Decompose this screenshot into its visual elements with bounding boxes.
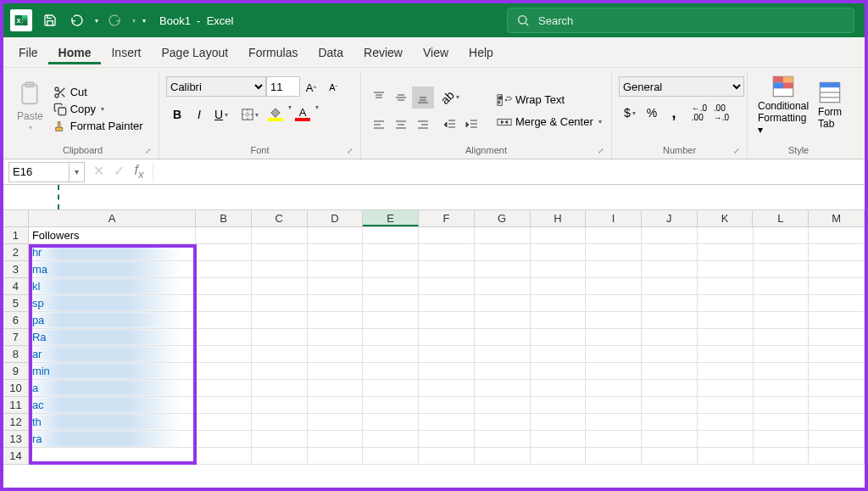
cell[interactable]: [475, 448, 531, 465]
cell[interactable]: [196, 414, 252, 431]
cell[interactable]: [475, 329, 531, 346]
cell[interactable]: [196, 380, 252, 397]
cell[interactable]: [196, 278, 252, 295]
row-header[interactable]: 5: [3, 295, 29, 312]
cell[interactable]: [531, 295, 587, 312]
tab-page-layout[interactable]: Page Layout: [151, 41, 238, 64]
cell[interactable]: [809, 295, 865, 312]
redo-dropdown-icon[interactable]: ▾: [132, 17, 136, 25]
cell[interactable]: [698, 397, 754, 414]
cell[interactable]: [754, 346, 810, 363]
cell[interactable]: [196, 312, 252, 329]
cell[interactable]: [642, 346, 698, 363]
cell[interactable]: [363, 363, 419, 380]
cell[interactable]: [252, 397, 308, 414]
col-header-A[interactable]: A: [29, 210, 196, 226]
cell[interactable]: [586, 380, 642, 397]
cell[interactable]: [698, 227, 754, 244]
cell[interactable]: [698, 448, 754, 465]
cell[interactable]: [698, 431, 754, 448]
col-header-K[interactable]: K: [698, 210, 754, 226]
cell[interactable]: [252, 380, 308, 397]
search-box[interactable]: Search: [507, 8, 854, 33]
row-header[interactable]: 1: [3, 227, 29, 244]
increase-decimal-icon[interactable]: ←.0.00: [688, 102, 710, 124]
cell[interactable]: [475, 363, 531, 380]
row-header[interactable]: 8: [3, 346, 29, 363]
cell[interactable]: [809, 397, 865, 414]
cell[interactable]: [363, 329, 419, 346]
cell[interactable]: [196, 295, 252, 312]
cell[interactable]: [475, 278, 531, 295]
font-launcher-icon[interactable]: ⤢: [347, 147, 353, 155]
orientation-icon[interactable]: ab▾: [439, 86, 461, 109]
cell[interactable]: [363, 312, 419, 329]
cell[interactable]: [252, 363, 308, 380]
cell[interactable]: [308, 329, 364, 346]
cell[interactable]: [642, 261, 698, 278]
cell[interactable]: [196, 244, 252, 261]
borders-button[interactable]: ▾: [239, 103, 261, 126]
cell[interactable]: [363, 261, 419, 278]
cell[interactable]: [531, 278, 587, 295]
align-top-icon[interactable]: [368, 86, 390, 109]
cell[interactable]: [586, 346, 642, 363]
cell[interactable]: [475, 380, 531, 397]
cell[interactable]: [531, 448, 587, 465]
increase-indent-icon[interactable]: [461, 114, 483, 136]
cell[interactable]: [698, 380, 754, 397]
excel-app-icon[interactable]: X: [10, 9, 32, 31]
cell[interactable]: [308, 261, 364, 278]
cell[interactable]: [642, 448, 698, 465]
cell[interactable]: [475, 346, 531, 363]
cell[interactable]: [475, 397, 531, 414]
cell[interactable]: [419, 380, 475, 397]
cell[interactable]: [754, 278, 810, 295]
underline-button[interactable]: U▾: [210, 103, 232, 126]
row-header[interactable]: 12: [3, 414, 29, 431]
cell[interactable]: [586, 244, 642, 261]
cell[interactable]: kl: [29, 278, 196, 295]
cell[interactable]: [363, 244, 419, 261]
cell[interactable]: [308, 346, 364, 363]
qat-customize-icon[interactable]: ▾: [142, 17, 146, 25]
cell[interactable]: [642, 397, 698, 414]
col-header-L[interactable]: L: [753, 210, 809, 226]
cell[interactable]: [308, 244, 364, 261]
cell[interactable]: [419, 244, 475, 261]
cell[interactable]: [586, 448, 642, 465]
row-header[interactable]: 6: [3, 312, 29, 329]
increase-font-icon[interactable]: A^: [300, 76, 322, 98]
cell[interactable]: [363, 414, 419, 431]
cell[interactable]: ra: [29, 431, 196, 448]
merge-center-button[interactable]: Merge & Center▾: [493, 114, 605, 131]
cell[interactable]: [419, 227, 475, 244]
cell[interactable]: [475, 431, 531, 448]
cell[interactable]: [252, 346, 308, 363]
cell[interactable]: [475, 295, 531, 312]
col-header-I[interactable]: I: [586, 210, 642, 226]
cell[interactable]: [809, 380, 865, 397]
cell[interactable]: [308, 227, 364, 244]
cell[interactable]: [363, 448, 419, 465]
cell[interactable]: [252, 278, 308, 295]
cut-button[interactable]: Cut: [50, 84, 147, 101]
cell[interactable]: [809, 414, 865, 431]
cell[interactable]: [642, 431, 698, 448]
tab-file[interactable]: File: [8, 41, 48, 64]
cell[interactable]: sp: [29, 295, 196, 312]
col-header-B[interactable]: B: [196, 210, 252, 226]
cell[interactable]: [419, 278, 475, 295]
tab-review[interactable]: Review: [353, 41, 413, 64]
cell[interactable]: [531, 346, 587, 363]
cell[interactable]: [252, 448, 308, 465]
cell[interactable]: [308, 278, 364, 295]
cell[interactable]: [642, 278, 698, 295]
cell[interactable]: [809, 312, 865, 329]
cell[interactable]: [642, 329, 698, 346]
cell[interactable]: [809, 431, 865, 448]
tab-home[interactable]: Home: [48, 41, 102, 64]
row-header[interactable]: 9: [3, 363, 29, 380]
spreadsheet[interactable]: A B C D E F G H I J K L M 1Followers2hr3…: [3, 210, 865, 465]
cell[interactable]: [586, 295, 642, 312]
